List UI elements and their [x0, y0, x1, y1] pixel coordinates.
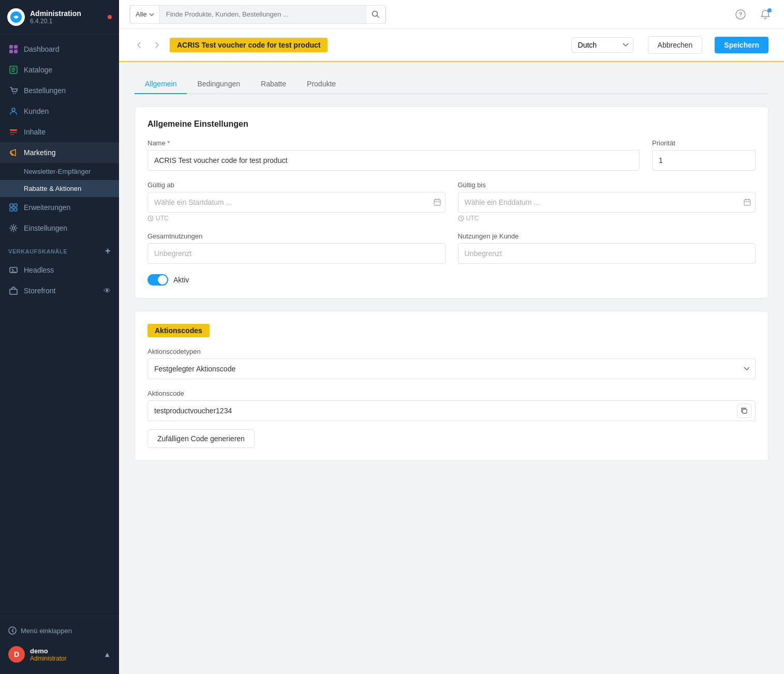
svg-point-6: [13, 93, 14, 94]
svg-point-15: [14, 208, 17, 211]
nutzungen-input[interactable]: [458, 243, 756, 264]
svg-rect-14: [10, 208, 13, 211]
kunden-icon: [8, 106, 19, 116]
nutzungen-group: Nutzungen je Kunde: [458, 232, 756, 264]
codetypen-group: Aktionscodetypen Festgelegter Aktionscod…: [147, 348, 756, 379]
calendar-bis-icon[interactable]: [743, 198, 751, 206]
svg-point-7: [15, 93, 16, 94]
filter-chevron-icon: [149, 13, 154, 16]
calendar-ab-icon[interactable]: [433, 198, 441, 206]
svg-rect-11: [10, 134, 14, 135]
sidebar-item-label: Dashboard: [24, 45, 111, 53]
sidebar-item-storefront[interactable]: Storefront 👁: [0, 280, 119, 301]
sidebar-item-marketing[interactable]: Marketing: [0, 142, 119, 163]
user-expand-icon[interactable]: ▲: [103, 650, 111, 658]
search-filter-bar: Alle: [129, 5, 386, 24]
svg-rect-1: [9, 45, 13, 49]
name-field-group: Name *: [147, 139, 640, 171]
sidebar: Administration 6.4.20.1 Dashboard: [0, 0, 119, 674]
gueltig-ab-group: Gültig ab: [147, 181, 446, 222]
tab-rabatte[interactable]: Rabatte: [250, 74, 297, 94]
utc-note-bis: UTC: [458, 215, 756, 222]
toggle-knob: [158, 275, 167, 284]
priority-input[interactable]: [652, 150, 756, 171]
sidebar-item-kunden[interactable]: Kunden: [0, 101, 119, 122]
status-dot: [108, 15, 112, 19]
svg-point-16: [12, 227, 15, 230]
nutzungen-row: Gesamtnutzungen Nutzungen je Kunde: [147, 232, 756, 264]
sidebar-item-inhalte[interactable]: Inhalte: [0, 122, 119, 142]
gueltig-ab-input[interactable]: [147, 192, 446, 213]
aktiv-toggle[interactable]: [147, 274, 168, 286]
sidebar-item-erweiterungen[interactable]: Erweiterungen: [0, 197, 119, 218]
gueltig-bis-group: Gültig bis: [458, 181, 756, 222]
sidebar-sub-rabatte[interactable]: Rabatte & Aktionen: [0, 180, 119, 197]
collapse-icon: [8, 626, 17, 635]
tab-produkte[interactable]: Produkte: [297, 74, 346, 94]
name-input[interactable]: [147, 150, 640, 171]
aktiv-label: Aktiv: [173, 276, 189, 284]
collapse-menu-button[interactable]: Menü einklappen: [8, 622, 111, 639]
gueltig-ab-label: Gültig ab: [147, 181, 446, 189]
codetypen-label: Aktionscodetypen: [147, 348, 756, 355]
sidebar-header: Administration 6.4.20.1: [0, 0, 119, 35]
priority-label: Priorität: [652, 139, 756, 147]
required-marker: *: [167, 139, 170, 147]
forward-button[interactable]: [152, 40, 161, 50]
tab-bedingungen[interactable]: Bedingungen: [187, 74, 250, 94]
svg-rect-13: [14, 204, 17, 207]
svg-rect-18: [10, 289, 17, 294]
sidebar-item-kataloge[interactable]: Kataloge: [0, 59, 119, 80]
notification-badge: [767, 8, 772, 12]
name-priority-row: Name * Priorität: [147, 139, 756, 171]
user-avatar: D: [8, 646, 25, 663]
sidebar-sub-newsletter[interactable]: Newsletter-Empfänger: [0, 163, 119, 180]
svg-rect-10: [10, 132, 17, 133]
svg-rect-23: [434, 200, 440, 205]
copy-aktionscode-button[interactable]: [737, 403, 751, 418]
filter-dropdown-button[interactable]: Alle: [130, 5, 160, 24]
erweiterungen-icon: [8, 202, 19, 213]
priority-field-group: Priorität: [652, 139, 756, 171]
back-arrow-icon: [135, 40, 144, 50]
search-submit-button[interactable]: [367, 5, 386, 24]
sidebar-item-bestellungen[interactable]: Bestellungen: [0, 80, 119, 101]
back-button[interactable]: [135, 40, 144, 50]
aktionscodes-card: Aktionscodes Aktionscodetypen Festgelegt…: [135, 311, 768, 461]
sidebar-item-label: Inhalte: [24, 128, 111, 136]
search-input[interactable]: [160, 6, 367, 23]
marketing-icon: [8, 147, 19, 158]
user-card[interactable]: D demo Administrator ▲: [8, 641, 111, 668]
sidebar-item-dashboard[interactable]: Dashboard: [0, 39, 119, 59]
add-verkaufskanal-button[interactable]: +: [105, 246, 111, 257]
sidebar-item-headless[interactable]: Headless: [0, 260, 119, 280]
storefront-visibility-icon[interactable]: 👁: [103, 287, 111, 295]
content-area: Allgemein Bedingungen Rabatte Produkte A…: [119, 62, 784, 674]
sidebar-item-label: Marketing: [24, 148, 111, 157]
gueltig-ab-input-wrap: [147, 192, 446, 213]
aktionscode-label: Aktionscode: [147, 390, 756, 397]
headless-icon: [8, 265, 19, 275]
svg-rect-27: [743, 409, 747, 413]
language-dropdown[interactable]: Dutch: [571, 37, 633, 53]
svg-rect-9: [10, 129, 17, 131]
generate-code-button[interactable]: Zufälligen Code generieren: [147, 429, 255, 448]
help-button[interactable]: [732, 6, 749, 23]
aktionscode-input[interactable]: [147, 400, 756, 421]
gesamtnutzungen-label: Gesamtnutzungen: [147, 232, 446, 240]
kataloge-icon: [8, 65, 19, 75]
aktionscode-group: Aktionscode: [147, 390, 756, 421]
tab-allgemein[interactable]: Allgemein: [135, 74, 187, 94]
codetypen-select[interactable]: Festgelegter Aktionscode: [147, 358, 756, 379]
user-name: demo: [30, 647, 67, 655]
cancel-button[interactable]: Abbrechen: [648, 36, 703, 54]
gueltig-bis-input[interactable]: [458, 192, 756, 213]
search-input-wrap: [160, 6, 367, 23]
gesamtnutzungen-input[interactable]: [147, 243, 446, 264]
gueltig-bis-label: Gültig bis: [458, 181, 756, 189]
save-button[interactable]: Speichern: [715, 37, 768, 53]
notifications-button[interactable]: [757, 6, 774, 23]
user-role: Administrator: [30, 655, 67, 662]
sidebar-sub-label: Rabatte & Aktionen: [24, 185, 81, 192]
sidebar-item-einstellungen[interactable]: Einstellungen: [0, 218, 119, 238]
